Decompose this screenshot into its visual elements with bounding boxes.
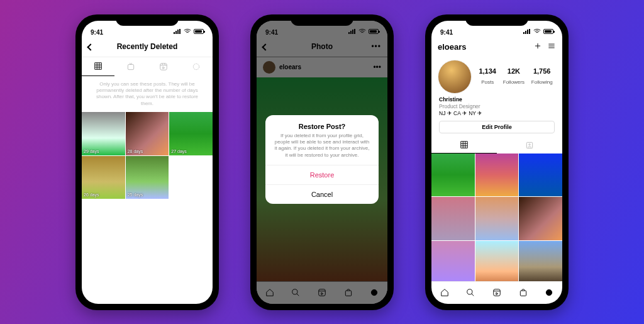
post-thumb[interactable] <box>431 154 475 197</box>
post-thumb[interactable] <box>519 241 562 281</box>
profile-icon[interactable] <box>545 288 553 297</box>
search-icon[interactable] <box>466 288 475 297</box>
days-left: 27 days <box>171 149 187 154</box>
svg-rect-0 <box>128 64 133 69</box>
username-title[interactable]: eloears <box>438 42 467 52</box>
reels-icon[interactable] <box>492 288 501 297</box>
svg-rect-1 <box>160 63 167 70</box>
profile-tabs <box>431 137 562 154</box>
clock: 9:41 <box>91 29 103 36</box>
post-thumb[interactable] <box>519 154 562 197</box>
cancel-button[interactable]: Cancel <box>265 184 379 204</box>
display-name: Christine <box>439 96 555 103</box>
followers-count: 12K <box>503 67 525 75</box>
stat-followers[interactable]: 12KFollowers <box>503 67 525 86</box>
profile-grid <box>431 154 562 281</box>
phone-restore-dialog: 9:41 Photo ••• eloears ••• Re <box>250 14 394 310</box>
svg-rect-11 <box>520 291 526 296</box>
tab-stories[interactable] <box>180 57 213 76</box>
notch <box>116 14 179 26</box>
shop-icon[interactable] <box>519 288 528 297</box>
svg-point-2 <box>193 64 199 69</box>
restore-button[interactable]: Restore <box>265 165 379 184</box>
days-left: 25 days <box>128 193 143 197</box>
days-left: 28 days <box>128 149 143 154</box>
wifi-icon <box>183 27 192 36</box>
restore-modal: Restore Post? If you deleted it from you… <box>265 115 379 204</box>
grid-icon <box>94 62 103 70</box>
notch <box>465 14 528 26</box>
home-icon[interactable] <box>440 288 449 297</box>
following-count: 1,756 <box>531 67 553 75</box>
modal-body: If you deleted it from your profile grid… <box>265 133 379 165</box>
tab-grid[interactable] <box>431 137 497 154</box>
chevron-left-icon <box>87 43 94 50</box>
post-thumb[interactable] <box>475 241 519 281</box>
posts-label: Posts <box>481 79 494 85</box>
tab-reels[interactable] <box>147 57 180 76</box>
signal-icon <box>174 29 181 34</box>
header: Recently Deleted <box>82 37 213 57</box>
menu-button[interactable] <box>547 42 556 53</box>
notch <box>291 14 353 26</box>
tab-igtv[interactable] <box>114 57 147 76</box>
signal-icon <box>523 29 531 34</box>
stat-following[interactable]: 1,756Following <box>531 67 553 86</box>
edit-profile-button[interactable]: Edit Profile <box>439 121 555 133</box>
grid-icon <box>460 140 469 149</box>
followers-label: Followers <box>503 79 525 85</box>
bio-section: Christine Product Designer NJ ✈ CA ✈ NY … <box>431 96 562 121</box>
plus-icon <box>533 42 542 50</box>
story-icon <box>192 62 201 71</box>
content-type-tabs <box>82 57 213 76</box>
svg-point-8 <box>529 143 530 145</box>
stat-posts[interactable]: 1,134Posts <box>479 67 496 86</box>
home-indicator[interactable] <box>122 306 172 308</box>
battery-icon <box>543 29 553 34</box>
phone-recently-deleted: 9:41 Recently Deleted Only you can see t… <box>75 14 219 310</box>
profile-header: eloears <box>431 37 562 57</box>
deleted-thumb[interactable]: 29 days <box>82 112 125 155</box>
home-indicator[interactable] <box>472 306 522 308</box>
home-indicator[interactable] <box>297 306 347 308</box>
deleted-grid: 29 days 28 days 27 days 26 days 25 days <box>82 112 213 199</box>
post-thumb[interactable] <box>431 241 475 281</box>
wifi-icon <box>533 27 541 36</box>
deleted-thumb[interactable]: 25 days <box>126 156 169 199</box>
deleted-thumb[interactable]: 28 days <box>126 112 169 155</box>
bio-subtitle: Product Designer <box>439 103 555 110</box>
create-button[interactable] <box>533 42 542 53</box>
tab-grid[interactable] <box>82 57 114 76</box>
svg-rect-10 <box>494 289 501 296</box>
profile-avatar[interactable] <box>438 60 472 94</box>
tab-tagged[interactable] <box>497 137 562 154</box>
posts-count: 1,134 <box>479 67 496 75</box>
post-thumb[interactable] <box>431 197 475 240</box>
following-label: Following <box>531 79 553 85</box>
back-button[interactable] <box>88 41 93 52</box>
reels-icon <box>159 62 168 71</box>
deleted-thumb[interactable]: 26 days <box>82 156 125 199</box>
deleted-thumb[interactable]: 27 days <box>169 112 213 155</box>
post-thumb[interactable] <box>475 197 519 240</box>
profile-stats-row: 1,134Posts 12KFollowers 1,756Following <box>431 57 562 96</box>
modal-title: Restore Post? <box>265 115 379 133</box>
days-left: 29 days <box>84 149 99 154</box>
post-thumb[interactable] <box>475 154 519 197</box>
igtv-icon <box>126 62 135 71</box>
days-left: 26 days <box>84 193 99 197</box>
phone-profile: 9:41 eloears 1,134Posts 12KFollowers 1,7… <box>425 14 569 310</box>
bio-location: NJ ✈ CA ✈ NY ✈ <box>439 110 555 117</box>
svg-point-12 <box>547 289 552 295</box>
hamburger-icon <box>547 42 556 50</box>
info-text: Only you can see these posts. They will … <box>82 76 213 113</box>
battery-icon <box>194 29 204 34</box>
page-title: Recently Deleted <box>117 42 178 51</box>
tagged-icon <box>525 141 534 150</box>
svg-point-9 <box>467 289 472 294</box>
clock: 9:41 <box>440 29 453 36</box>
bottom-nav <box>431 281 562 304</box>
post-thumb[interactable] <box>519 197 562 240</box>
